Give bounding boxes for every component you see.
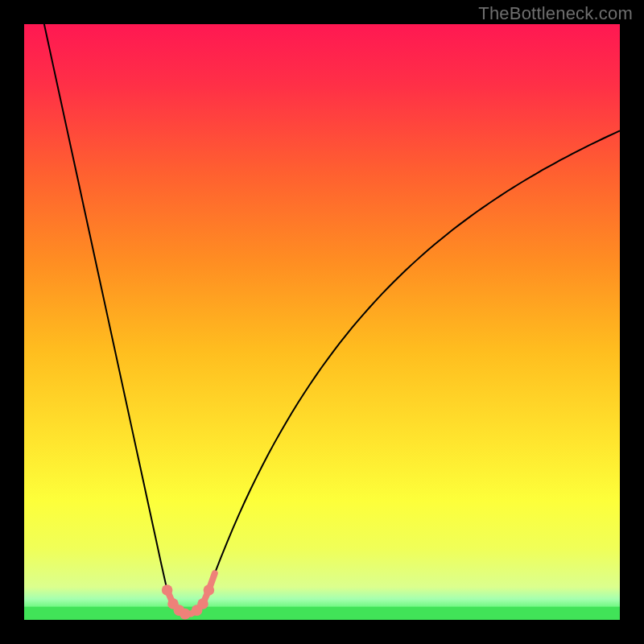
watermark-text: TheBottleneck.com <box>478 3 633 24</box>
green-band <box>24 607 620 620</box>
marker-dot <box>180 609 191 620</box>
marker-dot <box>197 598 208 609</box>
chart-root: TheBottleneck.com <box>0 0 644 644</box>
marker-dot <box>162 584 173 596</box>
plot-area <box>24 24 620 620</box>
gradient-background <box>24 24 620 620</box>
chart-svg <box>24 24 620 620</box>
marker-dot <box>204 584 215 596</box>
